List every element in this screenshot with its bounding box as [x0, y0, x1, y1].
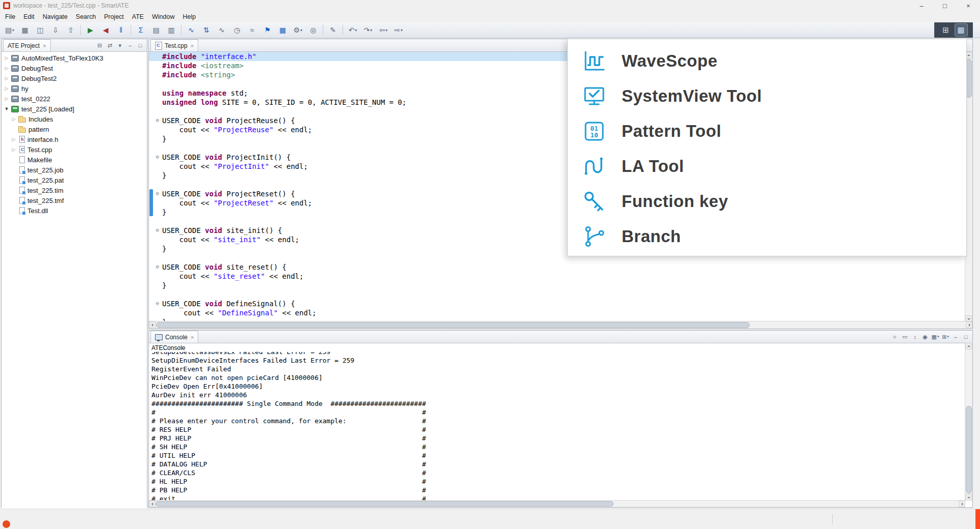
maximize-button[interactable]: □: [136, 40, 145, 50]
close-icon[interactable]: ×: [191, 43, 194, 49]
release-project-button[interactable]: ◀: [99, 24, 113, 36]
site-button[interactable]: ▦: [275, 24, 290, 36]
tools-menu-item-systemview-tool[interactable]: SystemView Tool: [568, 78, 966, 113]
close-button[interactable]: ×: [957, 0, 980, 11]
tree-item[interactable]: ▷DebugTest2: [2, 73, 147, 83]
tab-test-cpp[interactable]: Test.cpp ×: [150, 39, 198, 51]
edit-button[interactable]: ✎: [326, 24, 340, 36]
menu-project[interactable]: Project: [100, 12, 128, 21]
forward-dropdown[interactable]: ⇨▾: [391, 24, 406, 36]
fold-marker-icon[interactable]: ⊖: [149, 153, 162, 162]
code-line[interactable]: cout << "DefineSignal" << endl;: [149, 308, 965, 317]
open-console-dropdown[interactable]: ⊞▾: [941, 332, 950, 342]
clear-console-button[interactable]: ▭: [900, 332, 909, 342]
code-line[interactable]: }: [149, 281, 965, 290]
link-editor-button[interactable]: ⇄: [105, 40, 114, 50]
tree-item[interactable]: test_225.tim: [2, 185, 147, 195]
new-dropdown[interactable]: ▤▾: [3, 24, 17, 36]
tree-item[interactable]: test_225.pat: [2, 175, 147, 185]
save-button[interactable]: ▦: [18, 24, 32, 36]
tree-expand-icon[interactable]: ▷: [4, 66, 10, 71]
tools-menu-item-function-key[interactable]: Function key: [568, 184, 966, 219]
tree-expand-icon[interactable]: ▷: [4, 86, 10, 91]
tree-expand-icon[interactable]: ▷: [4, 55, 10, 61]
scroll-right-arrow-icon[interactable]: [959, 501, 965, 507]
tree-item[interactable]: ▷test_0222: [2, 94, 147, 104]
scrollbar-thumb[interactable]: [156, 322, 750, 328]
scroll-up-arrow-icon[interactable]: [965, 343, 972, 349]
signal-button[interactable]: ≈: [245, 24, 259, 36]
fold-marker-icon[interactable]: ⊖: [149, 299, 162, 308]
settings-dropdown[interactable]: ⚙▾: [291, 24, 305, 36]
report-button[interactable]: ▥: [164, 24, 178, 36]
scroll-left-arrow-icon[interactable]: [149, 501, 156, 507]
tree-item[interactable]: ▷interface.h: [2, 134, 147, 144]
maximize-button[interactable]: □: [961, 332, 970, 342]
minimize-button[interactable]: –: [951, 332, 960, 342]
wave-tool-button[interactable]: ∿: [184, 24, 198, 36]
code-line[interactable]: ⊖USER_CODE void DefineSignal() {: [149, 299, 965, 308]
menu-help[interactable]: Help: [178, 12, 200, 21]
scrollbar-thumb[interactable]: [966, 406, 972, 493]
scroll-left-arrow-icon[interactable]: [149, 321, 156, 328]
menu-ate[interactable]: ATE: [128, 12, 148, 21]
maximize-button[interactable]: □: [933, 0, 957, 11]
load-project-button[interactable]: ▶: [83, 24, 98, 36]
scope-button[interactable]: ∿: [215, 24, 229, 36]
menu-edit[interactable]: Edit: [19, 12, 39, 21]
scroll-down-arrow-icon[interactable]: [965, 494, 972, 501]
tools-menu-item-la-tool[interactable]: LA Tool: [568, 149, 966, 184]
search-button[interactable]: ◎: [306, 24, 320, 36]
console-horizontal-scrollbar[interactable]: [149, 500, 965, 507]
console-output[interactable]: SetupDiGetClassDevsEx Failed Last Error …: [149, 352, 965, 501]
open-perspective-button[interactable]: ⊞: [940, 24, 952, 36]
tree-item[interactable]: Makefile: [2, 155, 147, 165]
tree-item[interactable]: ▷AutoMixedTest_ToFlex10K3: [2, 53, 147, 63]
tab-console[interactable]: Console ×: [150, 331, 198, 343]
tree-item[interactable]: Test.dll: [2, 205, 147, 216]
display-console-dropdown[interactable]: ▦▾: [931, 332, 940, 342]
tree-expand-icon[interactable]: ▷: [11, 137, 17, 142]
fold-marker-icon[interactable]: ⊖: [149, 226, 162, 235]
code-line[interactable]: [149, 290, 965, 299]
tree-item[interactable]: ▷hy: [2, 83, 147, 94]
tools-menu-item-branch[interactable]: Branch: [568, 219, 966, 254]
back-dropdown[interactable]: ⇦▾: [376, 24, 390, 36]
menu-window[interactable]: Window: [148, 12, 178, 21]
import-button[interactable]: ⇩: [48, 24, 63, 36]
updown-button[interactable]: ⇅: [199, 24, 213, 36]
close-icon[interactable]: ×: [43, 43, 46, 49]
tree-item[interactable]: pattern: [2, 124, 147, 134]
tree-item[interactable]: test_225.tmf: [2, 195, 147, 205]
tree-item[interactable]: ▼test_225 [Loaded]: [2, 104, 147, 114]
datalog-button[interactable]: ▤: [149, 24, 163, 36]
tree-item[interactable]: ▷Test.cpp: [2, 144, 147, 155]
pin-console-button[interactable]: ◉: [921, 332, 930, 342]
collapse-all-button[interactable]: ⊟: [95, 40, 104, 50]
scroll-right-arrow-icon[interactable]: [966, 321, 972, 328]
scrollbar-thumb[interactable]: [156, 501, 614, 507]
tree-item[interactable]: ▷DebugTest: [2, 63, 147, 73]
close-icon[interactable]: ×: [191, 334, 194, 340]
menu-file[interactable]: File: [1, 12, 19, 21]
tools-menu-item-pattern-tool[interactable]: 0110Pattern Tool: [568, 113, 966, 149]
notification-dot[interactable]: [3, 520, 10, 528]
minimize-button[interactable]: –: [126, 40, 135, 50]
redo-dropdown[interactable]: ↷▾: [361, 24, 375, 36]
minimize-button[interactable]: –: [910, 0, 933, 11]
tools-menu-item-wavescope[interactable]: WaveScope: [568, 43, 966, 78]
undo-dropdown[interactable]: ↶▾: [346, 24, 360, 36]
save-all-button[interactable]: ◫: [33, 24, 47, 36]
menu-navigate[interactable]: Navigate: [39, 12, 72, 21]
timing-button[interactable]: ◷: [230, 24, 244, 36]
view-menu-dropdown[interactable]: ▾: [115, 40, 125, 50]
fold-marker-icon[interactable]: ⊖: [149, 262, 162, 272]
sum-button[interactable]: Σ: [134, 24, 148, 36]
flag-button[interactable]: ⚑: [260, 24, 274, 36]
tree-expand-icon[interactable]: ▷: [4, 76, 10, 81]
tab-ate-project[interactable]: ATE Project ×: [3, 39, 51, 51]
menu-search[interactable]: Search: [72, 12, 100, 21]
export-button[interactable]: ⇧: [64, 24, 78, 36]
console-vertical-scrollbar[interactable]: [965, 343, 972, 501]
tree-expand-icon[interactable]: ▷: [11, 147, 17, 152]
